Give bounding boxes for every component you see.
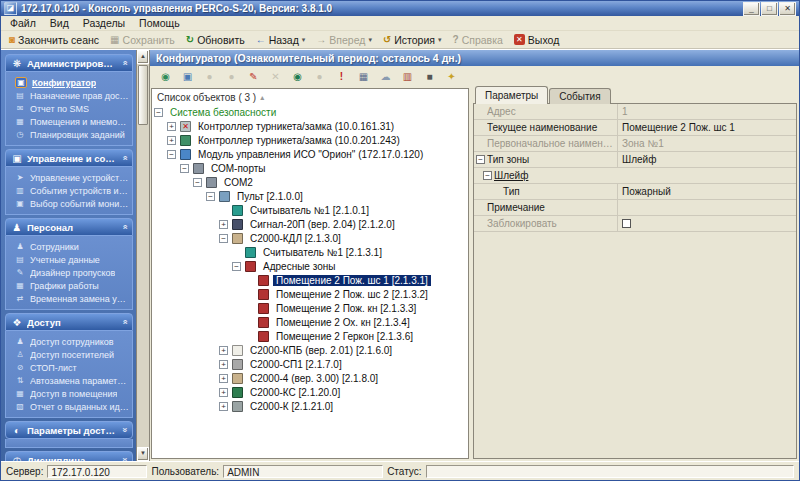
tab[interactable]: События: [549, 88, 610, 104]
sidebar-item[interactable]: ▤ Учетные данные: [8, 253, 130, 266]
sidebar-item[interactable]: ▦ Доступ в помещения: [8, 387, 130, 400]
tree-node[interactable]: + Контроллер турникета/замка (10.0.201.2…: [152, 133, 468, 147]
tree-expander-icon[interactable]: +: [219, 388, 228, 397]
property-value[interactable]: 1: [617, 104, 796, 119]
menu-item[interactable]: Файл: [3, 16, 43, 30]
tree-expander-icon[interactable]: −: [206, 192, 215, 201]
tree-node[interactable]: − С2000-КДЛ [2.1.3.0]: [152, 231, 468, 245]
collapse-arrow-icon[interactable]: ▴: [260, 93, 264, 102]
tree-node[interactable]: + С2000-К [2.1.21.0]: [152, 399, 468, 413]
tree-node[interactable]: Помещение 2 Пож. кн [2.1.3.3]: [152, 301, 468, 315]
sidebar-section-header[interactable]: ♟ Персонал »: [5, 218, 133, 236]
tree-expander-icon[interactable]: −: [193, 178, 202, 187]
property-row[interactable]: Текущее наименование Помещение 2 Пож. шс…: [474, 120, 796, 136]
sidebar-item[interactable]: ▧ Отчет о выданных идентиф...: [8, 400, 130, 413]
property-value[interactable]: [624, 168, 796, 183]
sidebar-item[interactable]: ♟ Доступ сотрудников: [8, 335, 130, 348]
sidebar-section-header[interactable]: ◷ Дисциплина »: [5, 451, 133, 461]
sidebar-item[interactable]: ▦ Помещения и мнемосхема: [8, 115, 130, 128]
sidebar-scrollbar[interactable]: ▲ ▼: [136, 50, 149, 461]
tree-expander-icon[interactable]: +: [219, 402, 228, 411]
add-device-button[interactable]: ▣: [178, 68, 197, 86]
sidebar-item[interactable]: ⇅ Автозамена параметров до...: [8, 374, 130, 387]
row-expander-icon[interactable]: −: [476, 155, 485, 164]
menu-item[interactable]: Разделы: [76, 16, 132, 30]
property-value[interactable]: Помещение 2 Пож. шс 1: [617, 120, 796, 135]
tree-node[interactable]: − Пульт [2.1.0.0]: [152, 189, 468, 203]
card-button[interactable]: ▦: [354, 68, 373, 86]
row-expander-icon[interactable]: −: [483, 171, 492, 180]
sidebar-item[interactable]: ◷ Планировщик заданий: [8, 128, 130, 141]
exit-button[interactable]: ✕ Выход: [509, 33, 564, 47]
minimize-button[interactable]: _: [743, 2, 760, 16]
tree-node[interactable]: + С2000-КС [2.1.20.0]: [152, 385, 468, 399]
menu-item[interactable]: Помощь: [132, 16, 187, 30]
property-row[interactable]: Заблокировать: [474, 216, 796, 232]
tree-node[interactable]: − Адресные зоны: [152, 259, 468, 273]
panel-button[interactable]: ■: [420, 68, 439, 86]
tree-expander-icon[interactable]: +: [219, 220, 228, 229]
tree-expander-icon[interactable]: +: [219, 360, 228, 369]
sidebar-item[interactable]: ♙ Доступ посетителей: [8, 348, 130, 361]
sidebar-section-header[interactable]: ❖ Доступ »: [5, 313, 133, 331]
tree-node[interactable]: − Система безопасности: [152, 105, 468, 119]
sidebar-item[interactable]: ⊘ СТОП-лист: [8, 361, 130, 374]
tree-node[interactable]: Считыватель №1 [2.1.3.1]: [152, 245, 468, 259]
tree-node[interactable]: Помещение 2 Пож. шс 2 [2.1.3.2]: [152, 287, 468, 301]
menu-item[interactable]: Вид: [43, 16, 76, 30]
cloud-button[interactable]: ☁: [376, 68, 395, 86]
property-value[interactable]: Шлейф: [617, 152, 796, 167]
close-button[interactable]: ✕: [779, 2, 796, 16]
property-value[interactable]: [617, 216, 796, 231]
edit-button[interactable]: ✎: [244, 68, 263, 86]
sidebar-item[interactable]: ➤ Управление устройствами и...: [8, 171, 130, 184]
tree-expander-icon[interactable]: −: [232, 262, 241, 271]
tree-node[interactable]: + ✕ Контроллер турникета/замка (10.0.161…: [152, 119, 468, 133]
sidebar-section-header[interactable]: ▣ Управление и события »: [5, 149, 133, 167]
tree-expander-icon[interactable]: +: [219, 374, 228, 383]
tree-expander-icon[interactable]: −: [154, 108, 163, 117]
property-row[interactable]: − Тип зоны Шлейф: [474, 152, 796, 168]
property-value[interactable]: Зона №1: [617, 136, 796, 151]
sidebar-item[interactable]: ▣ Выбор событий мониторинга: [8, 197, 130, 210]
alert-button[interactable]: !: [332, 68, 351, 86]
delete-button[interactable]: ✕: [266, 68, 285, 86]
property-row[interactable]: Адрес 1: [474, 104, 796, 120]
wizard-button[interactable]: ✦: [442, 68, 461, 86]
maximize-button[interactable]: □: [761, 2, 778, 16]
property-value[interactable]: Пожарный: [617, 184, 796, 199]
scrollbar-track[interactable]: [137, 126, 149, 447]
tree-node[interactable]: − COM2: [152, 175, 468, 189]
tree-node[interactable]: + С2000-СП1 [2.1.7.0]: [152, 357, 468, 371]
tree-expander-icon[interactable]: −: [180, 164, 189, 173]
tree-node[interactable]: + С2000-4 (вер. 3.00) [2.1.8.0]: [152, 371, 468, 385]
tree-node[interactable]: Считыватель №1 [2.1.0.1]: [152, 203, 468, 217]
search-devices-button[interactable]: ◉: [156, 68, 175, 86]
tree-node[interactable]: + С2000-КПБ (вер. 2.01) [2.1.6.0]: [152, 343, 468, 357]
tree-node[interactable]: + Сигнал-20П (вер. 2.04) [2.1.2.0]: [152, 217, 468, 231]
history-button[interactable]: ↺ История ▾: [378, 33, 447, 47]
scroll-up-icon[interactable]: ▲: [137, 50, 149, 64]
tree-node[interactable]: Помещение 2 Пож. шс 1 [2.1.3.1]: [152, 273, 468, 287]
property-row[interactable]: Первоначальное наименование Зона №1: [474, 136, 796, 152]
scrollbar-thumb[interactable]: [138, 65, 148, 125]
end-session-button[interactable]: ◙ Закончить сеанс: [4, 33, 104, 47]
save-button[interactable]: ▦ Сохранить: [105, 33, 180, 47]
comment-button[interactable]: ●: [200, 68, 219, 86]
refresh-button[interactable]: ↻ Обновить: [181, 33, 250, 47]
property-row[interactable]: Примечание: [474, 200, 796, 216]
devices-button[interactable]: ▥: [398, 68, 417, 86]
sidebar-section-header[interactable]: ◐ Параметры доступа »: [5, 421, 133, 439]
tree-expander-icon[interactable]: −: [219, 234, 228, 243]
checkbox[interactable]: [622, 219, 631, 228]
sidebar-item[interactable]: ♟ Сотрудники: [8, 240, 130, 253]
tab[interactable]: Параметры: [475, 86, 548, 104]
sidebar-item[interactable]: ▦ Графики работы: [8, 279, 130, 292]
tree-expander-icon[interactable]: −: [167, 150, 176, 159]
tree-node[interactable]: − Модуль управления ИСО "Орион" (172.17.…: [152, 147, 468, 161]
forward-button[interactable]: → Вперед ▾: [311, 33, 377, 47]
sidebar-item[interactable]: ⇄ Временная замена учетных ...: [8, 292, 130, 305]
comment-off-button[interactable]: ●: [222, 68, 241, 86]
help-button[interactable]: ? Справка: [448, 33, 508, 47]
sidebar-item[interactable]: ▣ Конфигуратор: [8, 76, 130, 89]
